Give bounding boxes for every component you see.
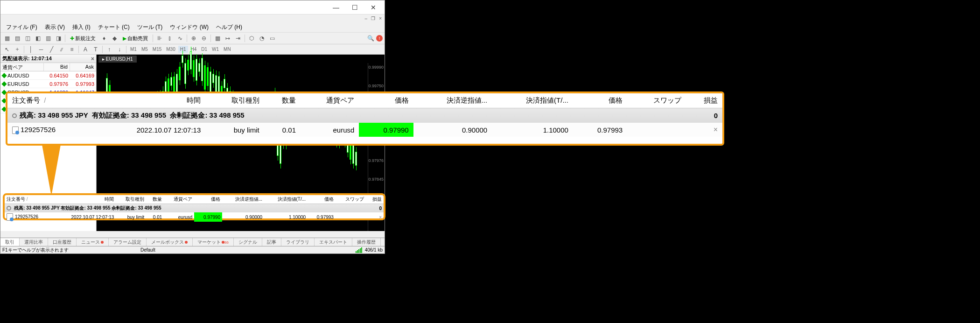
cursor-icon[interactable]: ↖	[2, 45, 12, 54]
col-sl[interactable]: 決済逆指値...	[413, 93, 492, 108]
col-price2[interactable]: 価格	[573, 93, 627, 108]
market-watch-row[interactable]: AUDUSD0.641500.64169	[0, 71, 96, 80]
tab-2[interactable]: 口座履歴	[48, 238, 77, 246]
menu-help[interactable]: ヘルプ (H)	[212, 22, 246, 32]
terminal-icon[interactable]: ▥	[43, 34, 53, 43]
search-icon[interactable]: 🔍	[366, 34, 375, 43]
chart-tab[interactable]: ▸ EURUSD,H1	[98, 56, 137, 63]
bar-chart-icon[interactable]: ⊪	[155, 34, 164, 43]
metaquotes-icon[interactable]: ♦	[99, 34, 109, 43]
toolbar-drawing: ↖ ＋ │ ─ ╱ ⫽ ≡ A T ↑ ↓ M1 M5 M15 M30 H1 H…	[0, 44, 385, 55]
new-order-button[interactable]: ✚新規注文	[67, 34, 98, 43]
tf-mn[interactable]: MN	[222, 46, 233, 53]
shift-icon[interactable]: ↦	[223, 34, 232, 43]
nav-icon[interactable]: ◧	[33, 34, 42, 43]
minimize-button[interactable]: —	[327, 2, 345, 13]
arrow-up-icon[interactable]: ↑	[105, 45, 114, 54]
tf-m5[interactable]: M5	[140, 46, 150, 53]
menu-file[interactable]: ファイル (F)	[2, 22, 41, 32]
order-close-icon[interactable]: ×	[714, 126, 718, 133]
menu-view[interactable]: 表示 (V)	[41, 22, 69, 32]
arrow-down-icon[interactable]: ↓	[115, 45, 124, 54]
mdi-close[interactable]: ×	[379, 16, 382, 21]
col-order[interactable]: 注文番号 /	[7, 93, 90, 108]
col-vol[interactable]: 数量	[264, 93, 301, 108]
expert-icon[interactable]: ◆	[110, 34, 119, 43]
tab-8[interactable]: 記事	[262, 238, 281, 246]
auto-trade-button[interactable]: ▶自動売買	[120, 34, 151, 43]
col-time[interactable]: 時間	[90, 93, 205, 108]
candle-chart-icon[interactable]: ⫿	[165, 34, 175, 43]
tester-icon[interactable]: ◨	[54, 34, 63, 43]
status-profile: Default	[140, 247, 155, 253]
menu-insert[interactable]: 挿入 (I)	[69, 22, 94, 32]
col-pl[interactable]: 損益	[686, 93, 722, 108]
line-chart-icon[interactable]: ∿	[175, 34, 185, 43]
tab-1[interactable]: 運用比率	[20, 238, 48, 246]
header-row: 注文番号 / 時間 取引種別 数量 通貨ペア 価格 決済逆指値... 決済指値(…	[7, 93, 722, 108]
periods-icon[interactable]: ◔	[257, 34, 266, 43]
tab-7[interactable]: シグナル	[234, 238, 262, 246]
tab-10[interactable]: エキスパート	[315, 238, 352, 246]
terminal-panel-small: 注文番号 / 時間取引種別 数量通貨ペア 価格決済逆指値... 決済指値(T/.…	[3, 193, 385, 220]
tf-d1[interactable]: D1	[199, 46, 209, 53]
tf-w1[interactable]: W1	[210, 46, 221, 53]
menu-tools[interactable]: ツール (T)	[133, 22, 167, 32]
tf-h1[interactable]: H1	[178, 46, 188, 53]
terminal-callout: 注文番号 / 時間 取引種別 数量 通貨ペア 価格 決済逆指値... 決済指値(…	[6, 91, 724, 146]
callout-connector	[42, 145, 61, 196]
fibo-icon[interactable]: ≡	[67, 45, 77, 54]
balance-icon	[12, 113, 17, 118]
tf-m30[interactable]: M30	[164, 46, 177, 53]
tab-0[interactable]: 取引	[0, 238, 20, 246]
svg-marker-0	[42, 145, 61, 196]
col-tp[interactable]: 決済指値(T/...	[492, 93, 573, 108]
col-swap[interactable]: スワップ	[627, 93, 686, 108]
balance-row: 残高: 33 498 955 JPY 有効証拠金: 33 498 955 余剰証…	[7, 108, 722, 123]
zoom-in-icon[interactable]: ⊕	[189, 34, 198, 43]
mw-col-symbol[interactable]: 通貨ペア	[0, 63, 44, 71]
new-chart-icon[interactable]: ▦	[2, 34, 12, 43]
auto-scroll-icon[interactable]: ⇥	[233, 34, 243, 43]
order-icon	[12, 126, 19, 134]
hline-icon[interactable]: ─	[36, 45, 46, 54]
mdi-maximize[interactable]: ❐	[371, 16, 375, 21]
order-row[interactable]: 129257526 2022.10.07 12:07:13 buy limit …	[7, 123, 722, 137]
toolbar-main: ▦ ▤ ◫ ◧ ▥ ◨ ✚新規注文 ♦ ◆ ▶自動売買 ⊪ ⫿ ∿ ⊕ ⊖ ▦ …	[0, 32, 385, 44]
market-watch-icon[interactable]: ◫	[23, 34, 32, 43]
tab-11[interactable]: 操作履歴	[352, 238, 381, 246]
market-watch-row[interactable]: EURUSD0.979760.97993	[0, 80, 96, 88]
text-icon[interactable]: A	[81, 45, 90, 54]
tab-3[interactable]: ニュース	[77, 238, 109, 246]
tab-4[interactable]: アラーム設定	[109, 238, 147, 246]
terminal-tabs: 取引運用比率口座履歴ニュースアラーム設定メールボックスマーケット86シグナル記事…	[0, 238, 385, 246]
col-price[interactable]: 価格	[359, 93, 413, 108]
order-price-highlighted: 0.97990	[359, 123, 413, 137]
profiles-icon[interactable]: ▤	[13, 34, 22, 43]
mdi-minimize[interactable]: –	[365, 16, 368, 21]
alert-badge[interactable]: !	[376, 35, 383, 42]
label-icon[interactable]: T	[91, 45, 100, 54]
trendline-icon[interactable]: ╱	[47, 45, 56, 54]
templates-icon[interactable]: ▭	[267, 34, 277, 43]
channel-icon[interactable]: ⫽	[57, 45, 66, 54]
mw-col-bid[interactable]: Bid	[44, 63, 70, 71]
market-watch-close-icon[interactable]: ×	[91, 56, 94, 62]
tf-m1[interactable]: M1	[128, 46, 139, 53]
tab-9[interactable]: ライブラリ	[281, 238, 315, 246]
col-type[interactable]: 取引種別	[205, 93, 264, 108]
vline-icon[interactable]: │	[26, 45, 35, 54]
menu-chart[interactable]: チャート (C)	[94, 22, 133, 32]
crosshair-icon[interactable]: ＋	[13, 45, 22, 54]
close-button[interactable]: ✕	[364, 2, 383, 13]
tab-5[interactable]: メールボックス	[147, 238, 193, 246]
menu-window[interactable]: ウィンドウ (W)	[166, 22, 212, 32]
indicators-icon[interactable]: ⬡	[247, 34, 256, 43]
maximize-button[interactable]: ☐	[345, 2, 364, 13]
tab-6[interactable]: マーケット86	[193, 238, 234, 246]
mw-col-ask[interactable]: Ask	[70, 63, 96, 71]
tf-m15[interactable]: M15	[151, 46, 163, 53]
tile-icon[interactable]: ▦	[213, 34, 222, 43]
col-symbol[interactable]: 通貨ペア	[301, 93, 359, 108]
zoom-out-icon[interactable]: ⊖	[199, 34, 209, 43]
